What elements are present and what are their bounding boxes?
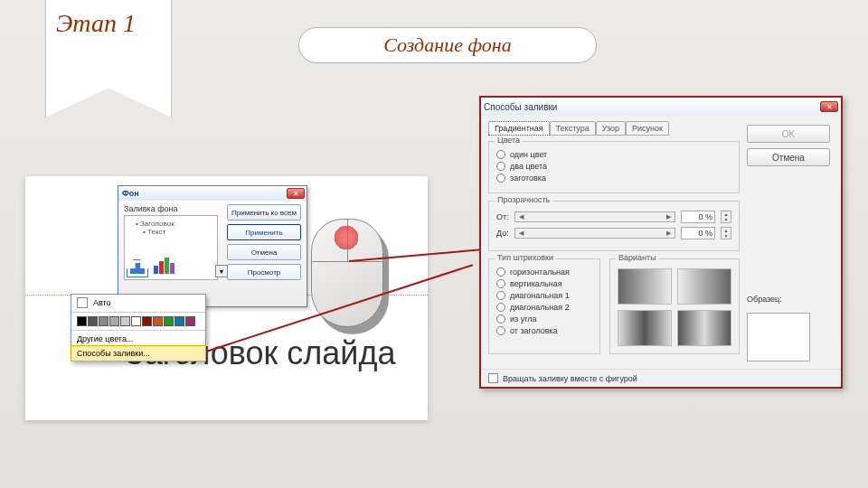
variant-2[interactable] [677, 268, 731, 305]
auto-swatch-icon [77, 297, 88, 308]
background-dialog-titlebar[interactable]: Фон ✕ [118, 186, 307, 201]
from-slider[interactable]: ◀▶ [514, 211, 675, 222]
fill-preview: • Заголовок • Текст ▼ [124, 215, 218, 280]
preview-button[interactable]: Просмотр [227, 264, 301, 280]
radio-vertical[interactable]: вертикальная [496, 279, 592, 288]
background-dialog: Фон ✕ Заливка фона • Заголовок • Текст ▼… [118, 185, 307, 307]
tab-texture[interactable]: Текстура [550, 121, 596, 136]
tab-picture[interactable]: Рисунок [626, 121, 669, 136]
tab-pattern[interactable]: Узор [596, 121, 626, 136]
preview-heading-label: Заголовок [140, 220, 175, 228]
ok-button[interactable]: OK [747, 125, 830, 143]
color-auto-option[interactable]: Авто [71, 295, 205, 311]
fill-methods-dialog: Способы заливки ✕ Градиентная Текстура У… [479, 96, 843, 389]
fill-section-label: Заливка фона [124, 204, 222, 213]
fill-effects-option[interactable]: Способы заливки... [71, 345, 206, 361]
apply-all-button[interactable]: Применить ко всем [227, 204, 301, 221]
to-slider[interactable]: ◀▶ [514, 228, 675, 239]
to-spinner[interactable]: ▲▼ [721, 227, 731, 239]
preview-shape-fill-icon [130, 263, 145, 274]
to-value[interactable]: 0 % [681, 227, 715, 239]
rotate-label: Вращать заливку вместе с фигурой [503, 374, 637, 383]
hatch-type-group: Тип штриховки горизонтальная вертикальна… [488, 258, 600, 354]
close-icon[interactable]: ✕ [820, 101, 838, 112]
rotate-checkbox[interactable] [488, 373, 498, 383]
background-dialog-title: Фон [120, 189, 139, 198]
preview-chart-icon [154, 256, 175, 274]
apply-button[interactable]: Применить [227, 224, 301, 240]
cancel-button-fill[interactable]: Отмена [747, 148, 830, 166]
preview-text-label: Текст [147, 228, 165, 236]
color-picker-dropdown: Авто Другие цвета... Способы заливки... [71, 294, 206, 361]
from-label: От: [496, 212, 509, 221]
to-label: До: [496, 229, 509, 238]
page-title-pill: Создание фона [298, 27, 597, 63]
variants-group: Варианты [609, 258, 740, 354]
fill-dropdown-button[interactable]: ▼ [215, 265, 228, 277]
page-title: Создание фона [383, 33, 511, 57]
variant-3[interactable] [618, 310, 672, 346]
variant-1[interactable] [618, 268, 672, 305]
hatch-legend: Тип штриховки [495, 253, 556, 262]
fill-tabs: Градиентная Текстура Узор Рисунок [488, 121, 740, 136]
transparency-group: Прозрачность От: ◀▶ 0 % ▲▼ До: ◀▶ 0 % ▲▼ [488, 201, 740, 251]
fill-effects-label: Способы заливки... [77, 349, 150, 358]
from-spinner[interactable]: ▲▼ [721, 211, 731, 223]
cancel-button[interactable]: Отмена [227, 244, 301, 260]
mouse-icon [307, 217, 398, 343]
close-icon[interactable]: ✕ [287, 188, 305, 199]
more-colors-option[interactable]: Другие цвета... [71, 332, 205, 346]
stage-label: Этап 1 [56, 9, 136, 38]
radio-preset[interactable]: заготовка [496, 174, 731, 183]
fill-dialog-title: Способы заливки [484, 102, 557, 112]
radio-title[interactable]: от заголовка [496, 326, 592, 335]
variants-legend: Варианты [616, 253, 659, 262]
sample-preview [747, 313, 810, 361]
radio-two-colors[interactable]: два цвета [496, 162, 731, 171]
color-auto-label: Авто [93, 298, 111, 307]
colors-group: Цвета один цвет два цвета заготовка [488, 141, 740, 193]
variant-4[interactable] [677, 310, 731, 346]
sample-label: Образец: [747, 295, 830, 304]
tab-gradient[interactable]: Градиентная [488, 121, 550, 136]
radio-diag1[interactable]: диагональная 1 [496, 291, 592, 300]
color-swatch-row[interactable] [71, 314, 205, 329]
more-colors-label: Другие цвета... [77, 334, 133, 343]
click-highlight-icon [331, 222, 362, 253]
radio-one-color[interactable]: один цвет [496, 150, 731, 159]
fill-dialog-footer: Вращать заливку вместе с фигурой [481, 369, 841, 387]
radio-diag2[interactable]: диагональная 2 [496, 303, 592, 312]
transparency-legend: Прозрачность [495, 195, 552, 204]
from-value[interactable]: 0 % [681, 211, 715, 223]
radio-horizontal[interactable]: горизонтальная [496, 267, 592, 277]
radio-corner[interactable]: из угла [496, 314, 592, 324]
fill-dialog-titlebar[interactable]: Способы заливки ✕ [481, 98, 841, 116]
colors-legend: Цвета [495, 136, 523, 145]
